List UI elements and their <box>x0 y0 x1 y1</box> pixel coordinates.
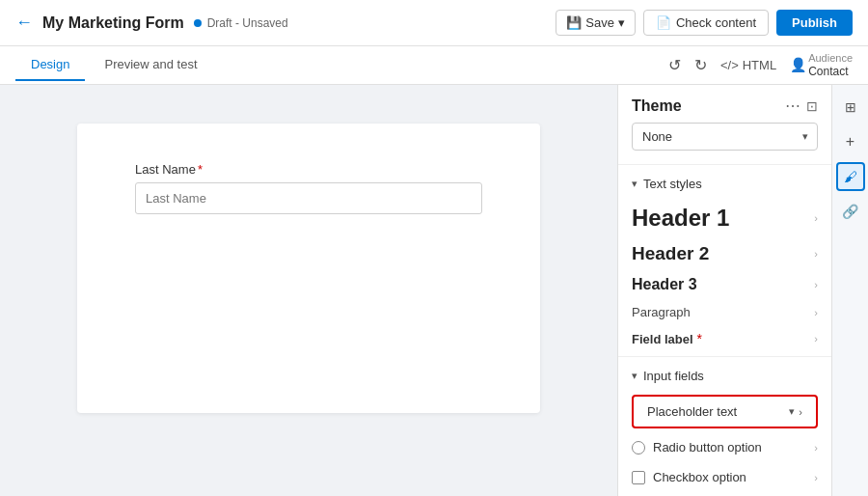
radio-circle-icon <box>632 441 645 455</box>
checkbox-option-left: Checkbox option <box>632 470 746 484</box>
style-row-header1[interactable]: Header 1 › <box>618 199 831 237</box>
input-fields-title: Input fields <box>643 369 704 383</box>
save-button[interactable]: 💾 Save ▾ <box>556 10 636 36</box>
checkbox-square-icon <box>632 471 645 484</box>
header2-label: Header 2 <box>632 243 709 264</box>
header1-chevron-icon: › <box>814 212 818 224</box>
header3-chevron-icon: › <box>814 279 818 290</box>
tab-preview[interactable]: Preview and test <box>89 49 212 81</box>
paint-icon: 🖌 <box>844 169 857 184</box>
back-icon: ← <box>15 13 33 33</box>
radio-option-left: Radio button option <box>632 440 762 455</box>
theme-select-wrap: None ▾ <box>618 123 831 160</box>
header1-label: Header 1 <box>632 205 729 232</box>
canvas-area: Last Name* <box>0 85 617 496</box>
paragraph-chevron-icon: › <box>814 307 818 318</box>
placeholder-text-row[interactable]: Placeholder text ▾ › <box>632 395 818 428</box>
checkbox-option-label: Checkbox option <box>653 470 746 484</box>
theme-view-icon[interactable]: ⊡ <box>806 98 818 114</box>
theme-select[interactable]: None <box>632 123 818 151</box>
header3-label: Header 3 <box>632 276 697 293</box>
placeholder-text-inner: Placeholder text <box>647 404 789 419</box>
fieldlabel-chevron-icon: › <box>814 333 818 344</box>
style-row-paragraph[interactable]: Paragraph › <box>618 299 831 325</box>
sub-nav-actions: ↺ ↻ </> HTML 👤 Audience Contact <box>668 52 853 79</box>
divider-1 <box>618 164 831 165</box>
theme-select-wrapper: None ▾ <box>632 123 818 151</box>
draft-badge: Draft - Unsaved <box>194 16 288 30</box>
radio-option-label: Radio button option <box>653 440 762 455</box>
input-fields-section-header[interactable]: ▾ Input fields <box>618 361 831 391</box>
main-area: Last Name* Theme ⋯ ⊡ None ▾ <box>0 85 868 496</box>
top-bar-right: 💾 Save ▾ 📄 Check content Publish <box>556 10 853 36</box>
sub-nav: Design Preview and test ↺ ↻ </> HTML 👤 A… <box>0 46 868 85</box>
undo-button[interactable]: ↺ <box>668 56 681 74</box>
plus-icon: + <box>846 133 854 151</box>
radio-option-row[interactable]: Radio button option › <box>618 432 831 462</box>
paragraph-label: Paragraph <box>632 305 691 319</box>
publish-label: Publish <box>792 15 837 30</box>
text-styles-title: Text styles <box>643 177 702 191</box>
placeholder-chevron-wrap: ▾ › <box>789 405 802 418</box>
check-content-button[interactable]: 📄 Check content <box>643 10 769 36</box>
draft-label: Draft - Unsaved <box>207 16 288 30</box>
redo-button[interactable]: ↻ <box>694 56 707 74</box>
text-styles-chevron-icon: ▾ <box>632 178 637 190</box>
audience-button[interactable]: 👤 Audience Contact <box>790 52 853 79</box>
theme-title: Theme <box>632 97 682 115</box>
checkbox-option-row[interactable]: Checkbox option › <box>618 462 831 492</box>
fieldlabel-required-star: * <box>697 331 702 346</box>
panel-icons: ⊞ + 🖌 🔗 <box>831 85 868 496</box>
placeholder-nav-icon: › <box>799 406 802 418</box>
style-row-header2[interactable]: Header 2 › <box>618 237 831 270</box>
top-bar: ← My Marketing Form Draft - Unsaved 💾 Sa… <box>0 0 868 46</box>
last-name-input[interactable] <box>135 182 482 214</box>
publish-button[interactable]: Publish <box>776 10 853 36</box>
placeholder-text-label: Placeholder text <box>647 404 737 419</box>
paint-icon-button[interactable]: 🖌 <box>836 162 865 191</box>
page-title: My Marketing Form <box>42 14 184 32</box>
back-button[interactable]: ← <box>15 13 33 33</box>
save-icon: 💾 <box>566 15 582 30</box>
check-content-label: Check content <box>676 15 756 30</box>
form-card: Last Name* <box>77 124 540 413</box>
tab-design[interactable]: Design <box>15 49 85 81</box>
html-button[interactable]: </> HTML <box>720 58 776 72</box>
save-chevron-icon: ▾ <box>618 15 625 30</box>
header2-chevron-icon: › <box>814 248 818 260</box>
divider-2 <box>618 356 831 357</box>
theme-more-icon[interactable]: ⋯ <box>785 96 800 115</box>
layout-icon: ⊞ <box>845 99 856 115</box>
draft-dot <box>194 19 202 27</box>
add-icon-button[interactable]: + <box>836 127 865 156</box>
right-panel: Theme ⋯ ⊡ None ▾ ▾ Text styles <box>617 85 868 496</box>
required-star: * <box>198 162 203 177</box>
checkbox-option-chevron-icon: › <box>814 472 818 483</box>
check-icon: 📄 <box>656 15 671 30</box>
theme-header-actions: ⋯ ⊡ <box>785 96 818 115</box>
link-icon-button[interactable]: 🔗 <box>836 197 865 226</box>
input-fields-chevron-icon: ▾ <box>632 370 637 382</box>
layout-icon-button[interactable]: ⊞ <box>836 93 865 122</box>
style-row-header3[interactable]: Header 3 › <box>618 270 831 299</box>
save-label: Save <box>585 15 614 30</box>
placeholder-dropdown-icon: ▾ <box>789 405 795 418</box>
panel-main: Theme ⋯ ⊡ None ▾ ▾ Text styles <box>618 85 831 496</box>
theme-header: Theme ⋯ ⊡ <box>618 85 831 123</box>
style-row-fieldlabel[interactable]: Field label * › <box>618 325 831 352</box>
fieldlabel-label: Field label <box>632 332 693 346</box>
text-styles-section-header[interactable]: ▾ Text styles <box>618 169 831 199</box>
link-icon: 🔗 <box>842 204 858 219</box>
radio-option-chevron-icon: › <box>814 442 818 454</box>
input-fields-section: ▾ Input fields Placeholder text ▾ › <box>618 361 831 492</box>
field-label: Last Name* <box>135 162 482 177</box>
top-bar-left: ← My Marketing Form Draft - Unsaved <box>15 13 544 33</box>
sub-nav-tabs: Design Preview and test <box>15 49 217 81</box>
